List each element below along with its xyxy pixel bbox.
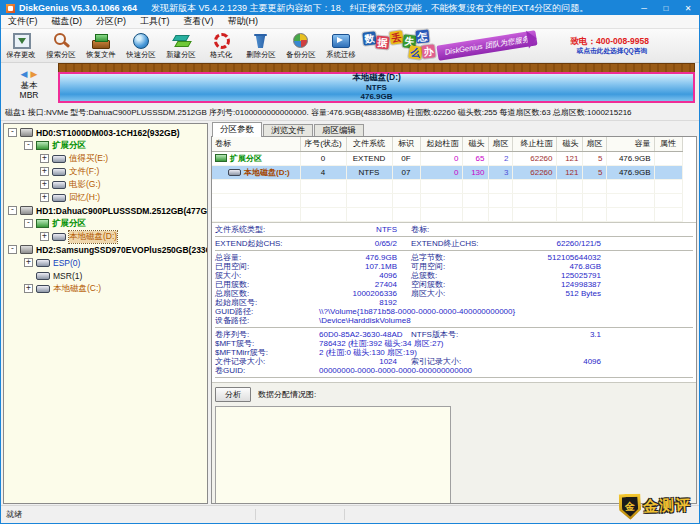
- qq-consult-link[interactable]: 或点击此处选择QQ咨询: [577, 46, 647, 56]
- allocation-diagram-label: 数据分配情况图:: [258, 389, 316, 400]
- allocation-diagram: [215, 406, 451, 505]
- expander-icon[interactable]: -: [24, 219, 33, 228]
- expander-icon[interactable]: +: [40, 193, 49, 202]
- ad-tile: 数: [362, 31, 376, 45]
- expander-icon[interactable]: +: [40, 180, 49, 189]
- status-ready: 就绪: [1, 509, 22, 520]
- menu-bar: 文件(F) 磁盘(D) 分区(P) 工具(T) 查看(V) 帮助(H): [1, 15, 699, 29]
- table-row-empty: [212, 193, 682, 207]
- menu-tools[interactable]: 工具(T): [133, 15, 177, 28]
- tree-item-label: 扩展分区: [52, 140, 86, 152]
- partition-size: 476.9GB: [360, 92, 392, 102]
- expander-icon[interactable]: -: [24, 141, 33, 150]
- tree-item-drive-g[interactable]: +电影(G:): [4, 178, 207, 191]
- format-icon: [211, 32, 231, 49]
- hotline-number: 致电：400-008-9958: [571, 36, 649, 46]
- delete-partition-button[interactable]: 删除分区: [241, 29, 281, 62]
- tree-item-drive-h[interactable]: +回忆(H:): [4, 191, 207, 204]
- backup-partition-button[interactable]: 备份分区: [281, 29, 321, 62]
- close-button[interactable]: ✕: [677, 1, 699, 15]
- col-id[interactable]: 标识: [392, 137, 420, 151]
- tree-item-extended-hd1[interactable]: -扩展分区: [4, 217, 207, 230]
- col-seq[interactable]: 序号(状态): [300, 137, 346, 151]
- tree-item-drive-f[interactable]: +文件(F:): [4, 165, 207, 178]
- tree-item-label: MSR(1): [53, 271, 82, 281]
- partition-bar-d[interactable]: 本地磁盘(D:) NTFS 476.9GB: [58, 72, 695, 103]
- drive-icon: [36, 259, 50, 267]
- divider: [215, 250, 693, 251]
- right-panel: 分区参数 浏览文件 扇区编辑 卷标 序号(状态) 文件系统 标识 起始柱面: [211, 121, 697, 504]
- contact-block[interactable]: 致电：400-008-9958 或点击此处选择QQ咨询: [553, 29, 649, 62]
- col-filesystem[interactable]: 文件系统: [346, 137, 392, 151]
- tree-item-drive-d-selected[interactable]: +本地磁盘(D:): [4, 230, 207, 243]
- data-loss-ad[interactable]: 数 据 丢 失 怎 么 办: [363, 29, 435, 61]
- col-attributes[interactable]: 属性: [654, 137, 682, 151]
- tree-item-label: 文件(F:): [69, 166, 99, 178]
- diskgenius-window: DiskGenius V5.3.0.1066 x64 发现新版本 V5.4.2.…: [0, 0, 700, 524]
- expander-icon[interactable]: +: [24, 284, 33, 293]
- prev-disk-icon[interactable]: ◀: [21, 69, 28, 79]
- extended-partition-strip[interactable]: [58, 63, 695, 72]
- partition-fs: NTFS: [366, 83, 387, 93]
- expander-icon[interactable]: +: [40, 167, 49, 176]
- table-row-local-d[interactable]: 本地磁盘(D:) 4 NTFS 07 0 130 3 62260 121 5 4…: [212, 165, 682, 179]
- search-partition-button[interactable]: 搜索分区: [41, 29, 81, 62]
- menu-help[interactable]: 帮助(H): [221, 15, 266, 28]
- col-start-sector[interactable]: 扇区: [488, 137, 512, 151]
- tree-item-label: 回忆(H:): [69, 192, 100, 204]
- tab-partition-params[interactable]: 分区参数: [212, 122, 262, 137]
- table-header-row: 卷标 序号(状态) 文件系统 标识 起始柱面 磁头 扇区 终止柱面 磁头 扇区 …: [212, 137, 682, 151]
- tree-item-label: 本地磁盘(C:): [53, 283, 101, 295]
- col-start-cyl[interactable]: 起始柱面: [420, 137, 462, 151]
- ad-tile: 据: [375, 35, 389, 49]
- partition-name: 本地磁盘(D:): [352, 73, 401, 83]
- col-end-cyl[interactable]: 终止柱面: [512, 137, 556, 151]
- expander-icon[interactable]: +: [40, 232, 49, 241]
- window-title: DiskGenius V5.3.0.1066 x64: [19, 3, 137, 13]
- drive-icon: [52, 233, 66, 241]
- tree-item-drive-c[interactable]: +本地磁盘(C:): [4, 282, 207, 295]
- tree-item-hd0[interactable]: -HD0:ST1000DM003-1CH162(932GB): [4, 126, 207, 139]
- analyze-button[interactable]: 分析: [215, 387, 251, 402]
- maximize-button[interactable]: □: [655, 1, 677, 15]
- tree-item-label: HD0:ST1000DM003-1CH162(932GB): [36, 128, 180, 138]
- quick-partition-button[interactable]: 快速分区: [121, 29, 161, 62]
- tree-item-extended-hd0[interactable]: -扩展分区: [4, 139, 207, 152]
- menu-partition[interactable]: 分区(P): [89, 15, 133, 28]
- tab-content: 卷标 序号(状态) 文件系统 标识 起始柱面 磁头 扇区 终止柱面 磁头 扇区 …: [211, 136, 697, 504]
- next-disk-icon[interactable]: ▶: [31, 69, 38, 79]
- col-volume-label[interactable]: 卷标: [212, 137, 300, 151]
- menu-disk[interactable]: 磁盘(D): [45, 15, 90, 28]
- expander-icon[interactable]: +: [24, 258, 33, 267]
- service-banner[interactable]: DiskGenius 团队为您服务: [435, 29, 553, 63]
- partition-table: 卷标 序号(状态) 文件系统 标识 起始柱面 磁头 扇区 终止柱面 磁头 扇区 …: [212, 137, 683, 222]
- menu-file[interactable]: 文件(F): [1, 15, 45, 28]
- expander-icon[interactable]: -: [8, 245, 17, 254]
- col-capacity[interactable]: 容量: [606, 137, 654, 151]
- disk-graph: 本地磁盘(D:) NTFS 476.9GB: [58, 63, 695, 105]
- tree-item-msr[interactable]: MSR(1): [4, 269, 207, 282]
- tree-item-drive-e[interactable]: +值得买(E:): [4, 152, 207, 165]
- tree-item-hd1[interactable]: -HD1:DahuaC900PLUSSSDM.2512GB(477GB): [4, 204, 207, 217]
- col-start-head[interactable]: 磁头: [462, 137, 488, 151]
- table-row-extended[interactable]: 扩展分区 0 EXTEND 0F 0 65 2 62260 121 5 476.…: [212, 151, 682, 165]
- expander-icon[interactable]: -: [8, 206, 17, 215]
- col-end-sector[interactable]: 扇区: [582, 137, 606, 151]
- disk-nav: ◀ ▶ 基本 MBR: [1, 63, 57, 105]
- new-partition-button[interactable]: 新建分区: [161, 29, 201, 62]
- toolbar: 保存更改 搜索分区 恢复文件 快速分区 新建分区 格式化 删除分区 备份分区 系…: [1, 29, 699, 63]
- expander-icon[interactable]: -: [8, 128, 17, 137]
- tree-item-hd2[interactable]: -HD2:SamsungSSD970EVOPlus250GB(233GB): [4, 243, 207, 256]
- title-bar[interactable]: DiskGenius V5.3.0.1066 x64 发现新版本 V5.4.2.…: [1, 1, 699, 15]
- col-end-head[interactable]: 磁头: [556, 137, 582, 151]
- expander-icon[interactable]: +: [40, 154, 49, 163]
- recover-files-button[interactable]: 恢复文件: [81, 29, 121, 62]
- save-changes-button[interactable]: 保存更改: [1, 29, 41, 62]
- tree-item-esp[interactable]: +ESP(0): [4, 256, 207, 269]
- system-migrate-button[interactable]: 系统迁移: [321, 29, 361, 62]
- minimize-button[interactable]: ─: [633, 1, 655, 15]
- format-button[interactable]: 格式化: [201, 29, 241, 62]
- disk-icon: [20, 128, 33, 137]
- disk-scheme-label: MBR: [20, 90, 39, 100]
- menu-view[interactable]: 查看(V): [177, 15, 221, 28]
